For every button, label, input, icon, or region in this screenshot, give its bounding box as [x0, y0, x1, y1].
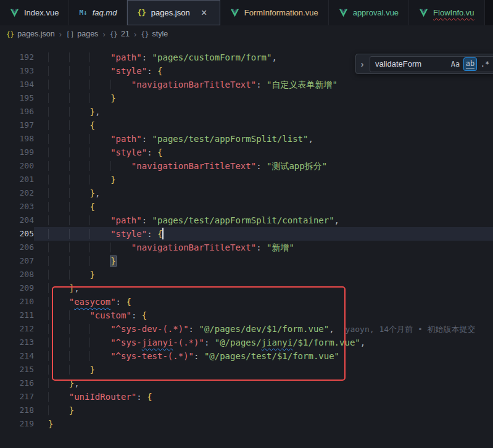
- code-line-196[interactable]: 196 },: [0, 105, 493, 118]
- line-content: ],: [34, 281, 493, 295]
- breadcrumb-item-pages-json[interactable]: {}pages.json: [6, 30, 55, 38]
- breadcrumb-item-pages[interactable]: []pages: [66, 30, 98, 38]
- code-line-207[interactable]: 207 }: [0, 254, 493, 268]
- code-line-194[interactable]: 194 "navigationBarTitleText": "自定义表单新增": [0, 78, 493, 91]
- line-number[interactable]: 206: [0, 241, 34, 254]
- code-line-213[interactable]: 213 "^sys-jianyi-(.*)": "@/pages/jianyi/…: [0, 336, 493, 349]
- token: :: [147, 229, 157, 239]
- code-line-195[interactable]: 195 }: [0, 91, 493, 105]
- token: ,: [271, 52, 276, 62]
- code-line-212[interactable]: 212 "^sys-dev-(.*)": "@/pages/dev/$1/for…: [0, 322, 493, 336]
- line-number[interactable]: 201: [0, 173, 34, 186]
- code-line-197[interactable]: 197 {: [0, 118, 493, 132]
- line-number[interactable]: 218: [0, 404, 34, 417]
- line-number[interactable]: 210: [0, 295, 34, 309]
- code-line-215[interactable]: 215 }: [0, 363, 493, 376]
- token: }: [89, 365, 94, 375]
- line-number[interactable]: 200: [0, 159, 34, 173]
- tab-label: FormInformation.vue: [244, 8, 318, 17]
- tab-flowinfo-vu[interactable]: FlowInfo.vu: [409, 0, 484, 25]
- breadcrumb-separator: ›: [59, 30, 62, 39]
- code-line-203[interactable]: 203 {: [0, 200, 493, 214]
- token: {: [142, 310, 147, 320]
- code-line-201[interactable]: 201 }: [0, 173, 493, 186]
- code-line-214[interactable]: 214 "^sys-test-(.*)": "@/pages/test/$1/f…: [0, 349, 493, 363]
- code-line-209[interactable]: 209 ],: [0, 281, 493, 295]
- line-number[interactable]: 207: [0, 254, 34, 268]
- token: -(.*)": [173, 338, 204, 347]
- line-number[interactable]: 202: [0, 186, 34, 200]
- breadcrumb-label: pages: [77, 30, 98, 38]
- code-line-198[interactable]: 198 "path": "pages/test/appFormSplit/lis…: [0, 132, 493, 146]
- indent-guides: [48, 120, 89, 130]
- code-line-199[interactable]: 199 "style": {: [0, 146, 493, 159]
- line-number[interactable]: 209: [0, 281, 34, 295]
- token: :: [142, 52, 152, 62]
- line-number[interactable]: 213: [0, 336, 34, 349]
- match-case-icon[interactable]: Aa: [449, 58, 462, 70]
- line-number[interactable]: 203: [0, 200, 34, 214]
- line-content: "^sys-test-(.*)": "@/pages/test/$1/form.…: [34, 349, 493, 363]
- line-number[interactable]: 195: [0, 91, 34, 105]
- indent-guides: [48, 147, 110, 157]
- tab-forminformation-vue[interactable]: FormInformation.vue: [220, 0, 329, 25]
- token: ,: [334, 215, 339, 225]
- line-number[interactable]: 198: [0, 132, 34, 146]
- code-line-205[interactable]: 205 "style": {: [0, 227, 493, 241]
- line-number[interactable]: 214: [0, 349, 34, 363]
- line-number[interactable]: 193: [0, 64, 34, 78]
- line-number[interactable]: 215: [0, 363, 34, 376]
- line-number[interactable]: 197: [0, 118, 34, 132]
- line-content: },: [34, 105, 493, 118]
- editor[interactable]: 192 "path": "pages/customForm/form",193 …: [0, 43, 493, 448]
- line-number[interactable]: 194: [0, 78, 34, 91]
- line-number[interactable]: 217: [0, 390, 34, 404]
- line-number[interactable]: 199: [0, 146, 34, 159]
- chevron-right-icon[interactable]: ›: [357, 59, 367, 69]
- tab-index-vue[interactable]: Index.vue: [0, 0, 69, 25]
- code-line-219[interactable]: 219}: [0, 417, 493, 431]
- indent-guides: [48, 310, 89, 320]
- find-input-box[interactable]: validateForm Aa ab .*: [370, 56, 493, 72]
- code-line-204[interactable]: 204 "path": "pages/test/appFormSplit/con…: [0, 214, 493, 227]
- find-query[interactable]: validateForm: [375, 59, 445, 68]
- breadcrumb-item-21[interactable]: {}21: [110, 30, 130, 38]
- line-number[interactable]: 205: [0, 227, 34, 241]
- line-content: "navigationBarTitleText": "新增": [34, 241, 493, 254]
- token: }: [89, 107, 94, 117]
- line-number[interactable]: 211: [0, 309, 34, 322]
- line-number[interactable]: 196: [0, 105, 34, 118]
- code-lines: 192 "path": "pages/customForm/form",193 …: [0, 51, 493, 431]
- code-line-210[interactable]: 210 "easycom": {: [0, 295, 493, 309]
- line-number[interactable]: 208: [0, 268, 34, 281]
- code-line-218[interactable]: 218 }: [0, 404, 493, 417]
- code-line-217[interactable]: 217 "uniIdRouter": {: [0, 390, 493, 404]
- close-icon[interactable]: ×: [199, 7, 210, 19]
- find-widget: › validateForm Aa ab .*: [355, 54, 493, 74]
- breadcrumb-item-style[interactable]: {}style: [141, 30, 168, 38]
- token: :: [147, 66, 157, 76]
- regex-icon[interactable]: .*: [479, 58, 491, 70]
- token: "新增": [267, 243, 294, 252]
- tab-faq-md[interactable]: M↓faq.md: [69, 0, 127, 25]
- code-line-200[interactable]: 200 "navigationBarTitleText": "测试app拆分": [0, 159, 493, 173]
- code-line-216[interactable]: 216 },: [0, 376, 493, 390]
- whole-word-icon[interactable]: ab: [464, 58, 476, 70]
- tab-pages-json[interactable]: {}pages.json×: [127, 0, 220, 25]
- line-number[interactable]: 192: [0, 51, 34, 64]
- tab-label: approval.vue: [353, 8, 399, 17]
- line-number[interactable]: 204: [0, 214, 34, 227]
- tab-approval-vue[interactable]: approval.vue: [329, 0, 409, 25]
- line-content: {: [34, 118, 493, 132]
- code-line-202[interactable]: 202 },: [0, 186, 493, 200]
- token: ,: [95, 188, 100, 198]
- line-number[interactable]: 219: [0, 417, 34, 431]
- code-line-208[interactable]: 208 }: [0, 268, 493, 281]
- text-cursor: [162, 228, 164, 239]
- line-number[interactable]: 216: [0, 376, 34, 390]
- line-number[interactable]: 212: [0, 322, 34, 336]
- token: ]: [69, 283, 74, 293]
- line-content: }: [34, 417, 493, 431]
- code-line-211[interactable]: 211 "custom": {: [0, 309, 493, 322]
- code-line-206[interactable]: 206 "navigationBarTitleText": "新增": [0, 241, 493, 254]
